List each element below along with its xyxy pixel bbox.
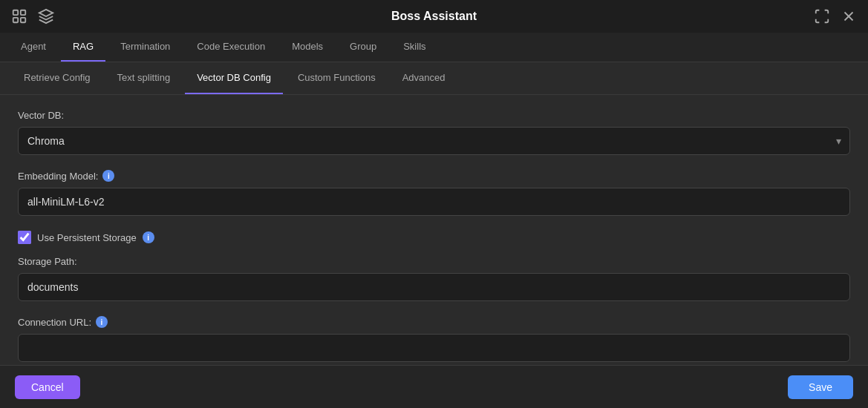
nav-tabs: Agent RAG Termination Code Execution Mod… — [0, 33, 868, 62]
storage-path-label: Storage Path: — [18, 256, 850, 267]
window-title: Boss Assistant — [391, 10, 477, 23]
svg-rect-3 — [21, 18, 25, 22]
connection-url-label-text: Connection URL: — [18, 317, 91, 328]
title-bar-left — [9, 6, 56, 27]
embedding-model-info-icon[interactable]: i — [102, 170, 114, 182]
subtab-vector-db-config[interactable]: Vector DB Config — [185, 62, 283, 94]
persistent-storage-info-icon[interactable]: i — [143, 231, 154, 243]
tab-group[interactable]: Group — [338, 33, 388, 62]
tab-skills[interactable]: Skills — [391, 33, 437, 62]
persistent-storage-row: Use Persistent Storage i — [18, 231, 850, 244]
expand-button[interactable] — [812, 6, 832, 27]
connection-url-field-group: Connection URL: i — [18, 316, 850, 362]
persistent-storage-checkbox[interactable] — [18, 231, 31, 244]
connection-url-info-icon[interactable]: i — [96, 316, 108, 328]
vector-db-select-wrapper: Chroma Pinecone Weaviate Qdrant ▾ — [18, 127, 850, 155]
embedding-model-input[interactable] — [18, 188, 850, 216]
vector-db-label: Vector DB: — [18, 110, 850, 121]
tab-termination[interactable]: Termination — [108, 33, 182, 62]
svg-rect-0 — [13, 10, 18, 15]
subtab-text-splitting[interactable]: Text splitting — [105, 62, 183, 94]
title-bar: Boss Assistant — [0, 0, 868, 33]
main-content: Vector DB: Chroma Pinecone Weaviate Qdra… — [0, 95, 868, 365]
secondary-icon[interactable] — [36, 6, 56, 27]
sub-tabs: Retrieve Config Text splitting Vector DB… — [0, 62, 868, 95]
subtab-advanced[interactable]: Advanced — [391, 62, 457, 94]
subtab-custom-functions[interactable]: Custom Functions — [286, 62, 388, 94]
title-bar-right — [812, 6, 859, 27]
storage-path-field-group: Storage Path: — [18, 256, 850, 301]
storage-path-label-text: Storage Path: — [18, 256, 77, 267]
embedding-model-label-text: Embedding Model: — [18, 171, 98, 182]
vector-db-label-text: Vector DB: — [18, 110, 64, 121]
svg-rect-1 — [21, 10, 25, 15]
connection-url-label: Connection URL: i — [18, 316, 850, 328]
logo-icon[interactable] — [9, 6, 30, 27]
connection-url-input[interactable] — [18, 334, 850, 362]
subtab-retrieve-config[interactable]: Retrieve Config — [12, 62, 102, 94]
vector-db-field-group: Vector DB: Chroma Pinecone Weaviate Qdra… — [18, 110, 850, 155]
svg-rect-2 — [13, 18, 18, 22]
persistent-storage-label[interactable]: Use Persistent Storage — [37, 232, 137, 243]
embedding-model-label: Embedding Model: i — [18, 170, 850, 182]
tab-models[interactable]: Models — [280, 33, 335, 62]
storage-path-input[interactable] — [18, 273, 850, 301]
tab-rag[interactable]: RAG — [61, 33, 105, 62]
vector-db-select[interactable]: Chroma Pinecone Weaviate Qdrant — [18, 127, 850, 155]
embedding-model-field-group: Embedding Model: i — [18, 170, 850, 216]
cancel-button[interactable]: Cancel — [15, 375, 80, 399]
close-button[interactable] — [838, 6, 859, 27]
tab-code-execution[interactable]: Code Execution — [185, 33, 277, 62]
tab-agent[interactable]: Agent — [9, 33, 58, 62]
footer: Cancel Save — [0, 365, 868, 408]
save-button[interactable]: Save — [788, 375, 853, 399]
